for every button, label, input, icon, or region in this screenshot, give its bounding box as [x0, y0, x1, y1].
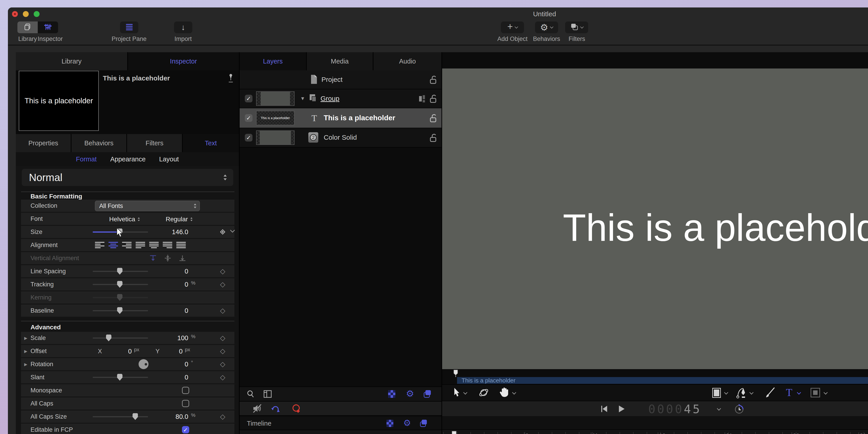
- offset-x-value[interactable]: 0: [118, 348, 132, 355]
- collection-popup[interactable]: All Fonts: [95, 201, 200, 211]
- valign-top-icon[interactable]: [149, 255, 157, 262]
- layer-row-placeholder[interactable]: ✓ This is a placeholder T This is a plac…: [240, 108, 441, 128]
- timecode-display[interactable]: 000045: [648, 402, 702, 416]
- mini-timeline-layer-bar[interactable]: This is a placeholder: [457, 377, 868, 384]
- unlock-icon[interactable]: [429, 75, 438, 85]
- chevron-down-icon[interactable]: [463, 391, 467, 395]
- loop-icon[interactable]: [270, 403, 281, 414]
- justify-center-icon[interactable]: [149, 242, 159, 248]
- baseline-slider[interactable]: [93, 310, 148, 311]
- orbit-tool-icon[interactable]: [478, 388, 489, 399]
- import-button[interactable]: ↓: [174, 22, 192, 33]
- mask-tool-icon[interactable]: [811, 388, 820, 397]
- render-gear-icon[interactable]: ⚙: [403, 418, 411, 428]
- chevron-down-icon[interactable]: [797, 391, 801, 395]
- layer-checkbox[interactable]: ✓: [245, 114, 252, 122]
- all-caps-size-value[interactable]: 80.0: [148, 410, 188, 423]
- chevron-down-icon[interactable]: [512, 391, 516, 395]
- layer-name-color-solid[interactable]: Color Solid: [324, 133, 357, 141]
- add-object-button[interactable]: +: [501, 22, 524, 33]
- stopwatch-icon[interactable]: [734, 403, 745, 415]
- rotation-dial[interactable]: [138, 359, 149, 369]
- keyframe-diamond-icon[interactable]: ◇: [219, 413, 226, 420]
- timeline-playhead-icon[interactable]: [451, 431, 458, 434]
- hand-tool-icon[interactable]: [499, 386, 509, 399]
- justify-right-icon[interactable]: [163, 242, 172, 248]
- scale-slider[interactable]: [93, 338, 148, 339]
- tab-behaviors[interactable]: Behaviors: [71, 134, 127, 152]
- checkerboard-icon[interactable]: [388, 390, 396, 399]
- scale-value[interactable]: 100: [148, 332, 188, 344]
- tracking-slider[interactable]: [93, 284, 148, 285]
- valign-bottom-icon[interactable]: [179, 255, 186, 262]
- canvas[interactable]: This is a placeholder: [442, 68, 868, 369]
- record-icon[interactable]: [291, 403, 302, 414]
- tab-media[interactable]: Media: [307, 52, 373, 70]
- inspector-toggle-button[interactable]: [38, 22, 58, 33]
- project-pane-button[interactable]: [120, 22, 138, 33]
- justify-left-icon[interactable]: [135, 242, 145, 248]
- mute-icon[interactable]: [252, 403, 262, 414]
- add-keyframe-icon[interactable]: [219, 229, 226, 235]
- go-to-start-icon[interactable]: [600, 405, 608, 414]
- tracking-value[interactable]: 0: [148, 278, 188, 290]
- font-family-popup[interactable]: Helvetica: [109, 216, 141, 223]
- chevron-down-icon[interactable]: [230, 228, 235, 232]
- subtab-layout[interactable]: Layout: [159, 156, 179, 163]
- checkerboard-icon[interactable]: [386, 419, 394, 428]
- brush-tool-icon[interactable]: [764, 386, 777, 400]
- layer-row-color-solid[interactable]: ✓ 2 Color Solid: [240, 128, 441, 148]
- layer-checkbox[interactable]: ✓: [245, 134, 252, 142]
- subtab-format[interactable]: Format: [76, 156, 97, 163]
- all-caps-size-slider[interactable]: [93, 416, 148, 417]
- text-style-popup[interactable]: Normal: [22, 169, 233, 186]
- tab-text[interactable]: Text: [183, 134, 239, 152]
- chevron-down-icon[interactable]: [717, 406, 721, 410]
- tab-audio[interactable]: Audio: [373, 52, 441, 70]
- keyframe-diamond-icon[interactable]: ◇: [219, 361, 226, 367]
- layer-row-project[interactable]: Project: [240, 70, 441, 89]
- slant-value[interactable]: 0: [148, 371, 188, 383]
- layer-checkbox[interactable]: ✓: [245, 95, 252, 102]
- disclosure-triangle-icon[interactable]: ▶: [24, 362, 27, 367]
- play-icon[interactable]: [618, 405, 625, 414]
- layer-name-placeholder[interactable]: This is a placeholder: [324, 114, 395, 122]
- render-gear-icon[interactable]: ⚙: [406, 388, 414, 399]
- line-spacing-value[interactable]: 0: [148, 265, 188, 277]
- keyframe-diamond-icon[interactable]: ◇: [219, 374, 226, 380]
- slant-slider[interactable]: [93, 377, 148, 378]
- keyframe-diamond-icon[interactable]: ◇: [219, 335, 226, 341]
- baseline-value[interactable]: 0: [148, 305, 188, 317]
- valign-middle-icon[interactable]: [164, 255, 172, 262]
- chevron-down-icon[interactable]: [824, 391, 828, 395]
- line-spacing-slider[interactable]: [93, 271, 148, 272]
- canvas-text[interactable]: This is a placeholder: [563, 206, 868, 250]
- layers-stack-icon[interactable]: [420, 419, 428, 428]
- align-center-icon[interactable]: [108, 242, 118, 248]
- size-value[interactable]: 146.0: [148, 226, 188, 238]
- layer-row-group[interactable]: ✓ ▼ Group: [240, 89, 441, 108]
- close-button[interactable]: [12, 11, 18, 17]
- rectangle-tool-icon[interactable]: [712, 388, 721, 398]
- filters-button[interactable]: [565, 22, 588, 33]
- all-caps-checkbox[interactable]: [182, 400, 189, 407]
- pin-icon[interactable]: [228, 73, 234, 85]
- select-tool-icon[interactable]: [453, 388, 460, 398]
- tab-layers[interactable]: Layers: [240, 52, 307, 70]
- unlock-icon[interactable]: [429, 133, 438, 143]
- disclosure-triangle-icon[interactable]: ▼: [300, 96, 305, 101]
- align-right-icon[interactable]: [122, 242, 131, 248]
- behaviors-button[interactable]: ⚙: [535, 22, 558, 33]
- search-icon[interactable]: [246, 390, 255, 399]
- justify-full-icon[interactable]: [176, 242, 186, 248]
- rotation-value[interactable]: 0: [148, 358, 188, 370]
- keyframe-diamond-icon[interactable]: ◇: [219, 348, 226, 354]
- keyframe-diamond-icon[interactable]: ◇: [219, 268, 226, 274]
- offset-y-value[interactable]: 0: [169, 348, 183, 355]
- library-toggle-button[interactable]: [18, 22, 38, 33]
- mini-timeline-ruler[interactable]: [442, 369, 868, 377]
- keyframe-diamond-icon[interactable]: ◇: [219, 307, 226, 314]
- timeline-ruler[interactable]: 6 11 16 21 26 31: [442, 430, 868, 434]
- unlock-icon[interactable]: [429, 113, 438, 124]
- keyframe-diamond-icon[interactable]: ◇: [219, 281, 226, 287]
